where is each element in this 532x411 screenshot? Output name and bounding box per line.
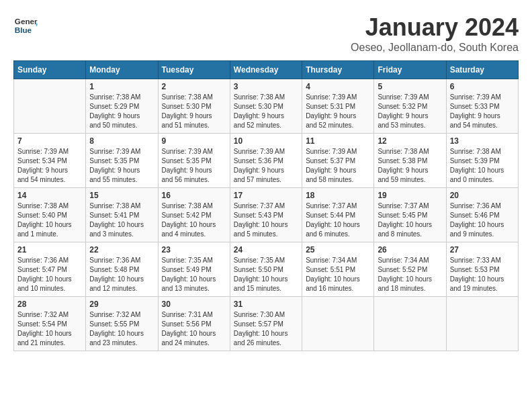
day-number: 30 — [162, 300, 226, 309]
day-info: Sunrise: 7:39 AM Sunset: 5:34 PM Dayligh… — [17, 147, 82, 185]
day-info: Sunrise: 7:39 AM Sunset: 5:32 PM Dayligh… — [378, 93, 442, 130]
calendar-cell: 26Sunrise: 7:34 AM Sunset: 5:52 PM Dayli… — [374, 242, 446, 297]
calendar-cell: 25Sunrise: 7:34 AM Sunset: 5:51 PM Dayli… — [302, 242, 374, 297]
day-number: 6 — [450, 82, 515, 91]
day-info: Sunrise: 7:38 AM Sunset: 5:29 PM Dayligh… — [89, 93, 154, 130]
day-number: 27 — [450, 245, 515, 255]
days-header-row: SundayMondayTuesdayWednesdayThursdayFrid… — [14, 61, 519, 79]
day-info: Sunrise: 7:35 AM Sunset: 5:49 PM Dayligh… — [162, 256, 226, 293]
day-number: 15 — [89, 191, 154, 200]
calendar-cell: 16Sunrise: 7:38 AM Sunset: 5:42 PM Dayli… — [158, 188, 230, 242]
svg-text:General: General — [15, 17, 38, 26]
calendar-cell: 3Sunrise: 7:38 AM Sunset: 5:30 PM Daylig… — [230, 79, 302, 134]
day-info: Sunrise: 7:38 AM Sunset: 5:30 PM Dayligh… — [234, 93, 298, 130]
day-number: 3 — [234, 82, 298, 91]
day-info: Sunrise: 7:36 AM Sunset: 5:46 PM Dayligh… — [450, 201, 515, 239]
calendar-cell: 23Sunrise: 7:35 AM Sunset: 5:49 PM Dayli… — [158, 242, 230, 297]
day-info: Sunrise: 7:30 AM Sunset: 5:57 PM Dayligh… — [234, 310, 298, 348]
calendar-cell: 6Sunrise: 7:39 AM Sunset: 5:33 PM Daylig… — [446, 79, 518, 134]
svg-text:Blue: Blue — [15, 26, 32, 34]
day-info: Sunrise: 7:38 AM Sunset: 5:42 PM Dayligh… — [162, 201, 226, 239]
calendar-cell — [14, 79, 86, 134]
day-number: 2 — [162, 82, 226, 91]
calendar-cell: 21Sunrise: 7:36 AM Sunset: 5:47 PM Dayli… — [14, 242, 86, 297]
day-number: 29 — [89, 300, 154, 309]
calendar-cell — [302, 297, 374, 351]
calendar-week-row: 7Sunrise: 7:39 AM Sunset: 5:34 PM Daylig… — [14, 134, 519, 188]
day-info: Sunrise: 7:38 AM Sunset: 5:40 PM Dayligh… — [17, 201, 82, 239]
location-subtitle: Oeseo, Jeollanam-do, South Korea — [351, 42, 519, 54]
logo: General Blue — [13, 13, 38, 38]
day-number: 21 — [17, 245, 82, 255]
calendar-cell: 30Sunrise: 7:31 AM Sunset: 5:56 PM Dayli… — [158, 297, 230, 351]
day-number: 13 — [450, 136, 515, 146]
day-info: Sunrise: 7:39 AM Sunset: 5:31 PM Dayligh… — [306, 93, 370, 130]
calendar-cell: 2Sunrise: 7:38 AM Sunset: 5:30 PM Daylig… — [158, 79, 230, 134]
logo-icon: General Blue — [13, 13, 38, 38]
calendar-cell: 29Sunrise: 7:32 AM Sunset: 5:55 PM Dayli… — [86, 297, 158, 351]
calendar-cell: 20Sunrise: 7:36 AM Sunset: 5:46 PM Dayli… — [446, 188, 518, 242]
day-number: 22 — [89, 245, 154, 255]
day-info: Sunrise: 7:38 AM Sunset: 5:38 PM Dayligh… — [378, 147, 442, 185]
calendar-cell: 17Sunrise: 7:37 AM Sunset: 5:43 PM Dayli… — [230, 188, 302, 242]
day-number: 12 — [378, 136, 442, 146]
calendar-week-row: 14Sunrise: 7:38 AM Sunset: 5:40 PM Dayli… — [14, 188, 519, 242]
title-block: January 2024 Oeseo, Jeollanam-do, South … — [351, 13, 519, 54]
calendar-cell: 8Sunrise: 7:39 AM Sunset: 5:35 PM Daylig… — [86, 134, 158, 188]
calendar-cell: 9Sunrise: 7:39 AM Sunset: 5:35 PM Daylig… — [158, 134, 230, 188]
day-of-week-header: Friday — [374, 61, 446, 79]
calendar-cell: 27Sunrise: 7:33 AM Sunset: 5:53 PM Dayli… — [446, 242, 518, 297]
day-number: 7 — [17, 136, 82, 146]
day-number: 25 — [306, 245, 370, 255]
day-info: Sunrise: 7:39 AM Sunset: 5:37 PM Dayligh… — [306, 147, 370, 185]
calendar-table: SundayMondayTuesdayWednesdayThursdayFrid… — [13, 60, 519, 351]
day-of-week-header: Monday — [86, 61, 158, 79]
calendar-cell: 22Sunrise: 7:36 AM Sunset: 5:48 PM Dayli… — [86, 242, 158, 297]
day-number: 18 — [306, 191, 370, 200]
day-info: Sunrise: 7:33 AM Sunset: 5:53 PM Dayligh… — [450, 256, 515, 293]
calendar-cell — [374, 297, 446, 351]
day-info: Sunrise: 7:36 AM Sunset: 5:47 PM Dayligh… — [17, 256, 82, 293]
day-of-week-header: Sunday — [14, 61, 86, 79]
day-info: Sunrise: 7:37 AM Sunset: 5:45 PM Dayligh… — [378, 201, 442, 239]
day-of-week-header: Thursday — [302, 61, 374, 79]
calendar-week-row: 28Sunrise: 7:32 AM Sunset: 5:54 PM Dayli… — [14, 297, 519, 351]
day-number: 16 — [162, 191, 226, 200]
day-info: Sunrise: 7:39 AM Sunset: 5:36 PM Dayligh… — [234, 147, 298, 185]
day-info: Sunrise: 7:36 AM Sunset: 5:48 PM Dayligh… — [89, 256, 154, 293]
day-number: 14 — [17, 191, 82, 200]
day-number: 5 — [378, 82, 442, 91]
day-info: Sunrise: 7:38 AM Sunset: 5:39 PM Dayligh… — [450, 147, 515, 185]
calendar-week-row: 21Sunrise: 7:36 AM Sunset: 5:47 PM Dayli… — [14, 242, 519, 297]
day-number: 31 — [234, 300, 298, 309]
calendar-cell: 18Sunrise: 7:37 AM Sunset: 5:44 PM Dayli… — [302, 188, 374, 242]
day-info: Sunrise: 7:38 AM Sunset: 5:41 PM Dayligh… — [89, 201, 154, 239]
day-of-week-header: Tuesday — [158, 61, 230, 79]
calendar-cell: 28Sunrise: 7:32 AM Sunset: 5:54 PM Dayli… — [14, 297, 86, 351]
day-info: Sunrise: 7:39 AM Sunset: 5:35 PM Dayligh… — [162, 147, 226, 185]
day-info: Sunrise: 7:32 AM Sunset: 5:54 PM Dayligh… — [17, 310, 82, 348]
day-number: 24 — [234, 245, 298, 255]
day-info: Sunrise: 7:37 AM Sunset: 5:43 PM Dayligh… — [234, 201, 298, 239]
day-info: Sunrise: 7:39 AM Sunset: 5:33 PM Dayligh… — [450, 93, 515, 130]
calendar-cell: 15Sunrise: 7:38 AM Sunset: 5:41 PM Dayli… — [86, 188, 158, 242]
header: General Blue January 2024 Oeseo, Jeollan… — [13, 13, 519, 54]
day-number: 26 — [378, 245, 442, 255]
day-number: 17 — [234, 191, 298, 200]
calendar-cell — [446, 297, 518, 351]
month-title: January 2024 — [351, 13, 519, 42]
day-info: Sunrise: 7:32 AM Sunset: 5:55 PM Dayligh… — [89, 310, 154, 348]
calendar-cell: 31Sunrise: 7:30 AM Sunset: 5:57 PM Dayli… — [230, 297, 302, 351]
calendar-cell: 7Sunrise: 7:39 AM Sunset: 5:34 PM Daylig… — [14, 134, 86, 188]
day-number: 1 — [89, 82, 154, 91]
calendar-cell: 4Sunrise: 7:39 AM Sunset: 5:31 PM Daylig… — [302, 79, 374, 134]
day-info: Sunrise: 7:37 AM Sunset: 5:44 PM Dayligh… — [306, 201, 370, 239]
calendar-cell: 24Sunrise: 7:35 AM Sunset: 5:50 PM Dayli… — [230, 242, 302, 297]
day-info: Sunrise: 7:39 AM Sunset: 5:35 PM Dayligh… — [89, 147, 154, 185]
calendar-cell: 19Sunrise: 7:37 AM Sunset: 5:45 PM Dayli… — [374, 188, 446, 242]
day-of-week-header: Wednesday — [230, 61, 302, 79]
calendar-cell: 13Sunrise: 7:38 AM Sunset: 5:39 PM Dayli… — [446, 134, 518, 188]
calendar-cell: 10Sunrise: 7:39 AM Sunset: 5:36 PM Dayli… — [230, 134, 302, 188]
day-of-week-header: Saturday — [446, 61, 518, 79]
calendar-cell: 1Sunrise: 7:38 AM Sunset: 5:29 PM Daylig… — [86, 79, 158, 134]
